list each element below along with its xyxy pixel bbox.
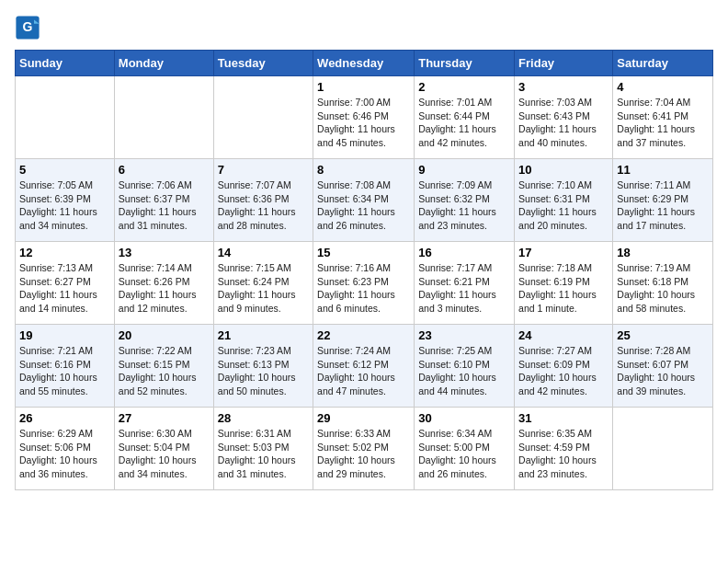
calendar-cell: 25Sunrise: 7:28 AM Sunset: 6:07 PM Dayli… <box>613 325 713 408</box>
weekday-header-row: SundayMondayTuesdayWednesdayThursdayFrid… <box>16 51 713 76</box>
day-number: 13 <box>119 246 210 259</box>
day-info: Sunrise: 7:00 AM Sunset: 6:46 PM Dayligh… <box>317 96 410 150</box>
calendar-cell: 29Sunrise: 6:33 AM Sunset: 5:02 PM Dayli… <box>313 408 415 490</box>
day-number: 28 <box>218 411 309 425</box>
calendar-cell: 9Sunrise: 7:09 AM Sunset: 6:32 PM Daylig… <box>415 159 515 242</box>
calendar-cell: 15Sunrise: 7:16 AM Sunset: 6:23 PM Dayli… <box>313 242 415 325</box>
day-number: 10 <box>518 163 609 177</box>
day-info: Sunrise: 7:15 AM Sunset: 6:24 PM Dayligh… <box>218 261 309 316</box>
day-number: 4 <box>617 80 709 94</box>
calendar-table: SundayMondayTuesdayWednesdayThursdayFrid… <box>15 50 713 490</box>
day-info: Sunrise: 7:13 AM Sunset: 6:27 PM Dayligh… <box>19 261 110 316</box>
calendar-cell <box>16 76 115 159</box>
day-info: Sunrise: 7:08 AM Sunset: 6:34 PM Dayligh… <box>317 178 410 233</box>
weekday-header-monday: Monday <box>114 51 213 76</box>
calendar-cell: 1Sunrise: 7:00 AM Sunset: 6:46 PM Daylig… <box>313 76 415 159</box>
day-number: 18 <box>617 246 709 259</box>
logo: G <box>15 15 44 40</box>
day-number: 21 <box>218 328 309 342</box>
calendar-cell: 20Sunrise: 7:22 AM Sunset: 6:15 PM Dayli… <box>114 325 213 408</box>
svg-text:G: G <box>23 19 33 34</box>
calendar-cell: 5Sunrise: 7:05 AM Sunset: 6:39 PM Daylig… <box>16 159 115 242</box>
day-info: Sunrise: 7:27 AM Sunset: 6:09 PM Dayligh… <box>518 344 609 398</box>
day-info: Sunrise: 7:21 AM Sunset: 6:16 PM Dayligh… <box>19 344 110 398</box>
day-number: 26 <box>19 411 110 425</box>
calendar-cell: 10Sunrise: 7:10 AM Sunset: 6:31 PM Dayli… <box>515 159 613 242</box>
calendar-cell: 22Sunrise: 7:24 AM Sunset: 6:12 PM Dayli… <box>313 325 415 408</box>
day-number: 16 <box>418 246 510 259</box>
calendar-cell: 21Sunrise: 7:23 AM Sunset: 6:13 PM Dayli… <box>213 325 313 408</box>
day-number: 15 <box>317 246 410 259</box>
calendar-cell: 8Sunrise: 7:08 AM Sunset: 6:34 PM Daylig… <box>313 159 415 242</box>
calendar-cell <box>213 76 313 159</box>
calendar-cell: 19Sunrise: 7:21 AM Sunset: 6:16 PM Dayli… <box>16 325 115 408</box>
calendar-cell: 30Sunrise: 6:34 AM Sunset: 5:00 PM Dayli… <box>415 408 515 490</box>
day-info: Sunrise: 7:05 AM Sunset: 6:39 PM Dayligh… <box>19 178 110 233</box>
day-info: Sunrise: 7:25 AM Sunset: 6:10 PM Dayligh… <box>418 344 510 398</box>
calendar-cell: 27Sunrise: 6:30 AM Sunset: 5:04 PM Dayli… <box>114 408 213 490</box>
calendar-cell: 31Sunrise: 6:35 AM Sunset: 4:59 PM Dayli… <box>515 408 613 490</box>
day-info: Sunrise: 7:17 AM Sunset: 6:21 PM Dayligh… <box>418 261 510 316</box>
day-info: Sunrise: 7:24 AM Sunset: 6:12 PM Dayligh… <box>317 344 410 398</box>
day-number: 7 <box>218 163 309 177</box>
day-info: Sunrise: 7:04 AM Sunset: 6:41 PM Dayligh… <box>617 96 709 150</box>
day-info: Sunrise: 7:18 AM Sunset: 6:19 PM Dayligh… <box>518 261 609 316</box>
weekday-header-friday: Friday <box>515 51 613 76</box>
day-number: 3 <box>518 80 609 94</box>
day-info: Sunrise: 7:23 AM Sunset: 6:13 PM Dayligh… <box>218 344 309 398</box>
day-number: 23 <box>418 328 510 342</box>
day-info: Sunrise: 7:28 AM Sunset: 6:07 PM Dayligh… <box>617 344 709 398</box>
calendar-cell: 2Sunrise: 7:01 AM Sunset: 6:44 PM Daylig… <box>415 76 515 159</box>
logo-icon: G <box>15 15 40 40</box>
day-info: Sunrise: 7:01 AM Sunset: 6:44 PM Dayligh… <box>418 96 510 150</box>
day-number: 29 <box>317 411 410 425</box>
day-info: Sunrise: 7:14 AM Sunset: 6:26 PM Dayligh… <box>119 261 210 316</box>
day-number: 1 <box>317 80 410 94</box>
week-row-1: 1Sunrise: 7:00 AM Sunset: 6:46 PM Daylig… <box>16 76 713 159</box>
day-number: 2 <box>418 80 510 94</box>
day-number: 20 <box>119 328 210 342</box>
day-info: Sunrise: 7:09 AM Sunset: 6:32 PM Dayligh… <box>418 178 510 233</box>
day-number: 31 <box>518 411 609 425</box>
day-number: 5 <box>19 163 110 177</box>
calendar-cell: 26Sunrise: 6:29 AM Sunset: 5:06 PM Dayli… <box>16 408 115 490</box>
calendar-cell: 18Sunrise: 7:19 AM Sunset: 6:18 PM Dayli… <box>613 242 713 325</box>
day-number: 27 <box>119 411 210 425</box>
day-number: 17 <box>518 246 609 259</box>
calendar-cell: 14Sunrise: 7:15 AM Sunset: 6:24 PM Dayli… <box>213 242 313 325</box>
calendar-cell: 3Sunrise: 7:03 AM Sunset: 6:43 PM Daylig… <box>515 76 613 159</box>
day-info: Sunrise: 7:06 AM Sunset: 6:37 PM Dayligh… <box>119 178 210 233</box>
day-info: Sunrise: 6:31 AM Sunset: 5:03 PM Dayligh… <box>218 427 309 481</box>
calendar-cell: 4Sunrise: 7:04 AM Sunset: 6:41 PM Daylig… <box>613 76 713 159</box>
day-info: Sunrise: 7:22 AM Sunset: 6:15 PM Dayligh… <box>119 344 210 398</box>
calendar-cell: 12Sunrise: 7:13 AM Sunset: 6:27 PM Dayli… <box>16 242 115 325</box>
page-header: G <box>15 15 713 40</box>
weekday-header-thursday: Thursday <box>415 51 515 76</box>
day-number: 24 <box>518 328 609 342</box>
day-info: Sunrise: 7:19 AM Sunset: 6:18 PM Dayligh… <box>617 261 709 316</box>
calendar-cell: 28Sunrise: 6:31 AM Sunset: 5:03 PM Dayli… <box>213 408 313 490</box>
day-info: Sunrise: 7:03 AM Sunset: 6:43 PM Dayligh… <box>518 96 609 150</box>
day-number: 11 <box>617 163 709 177</box>
weekday-header-wednesday: Wednesday <box>313 51 415 76</box>
calendar-cell: 24Sunrise: 7:27 AM Sunset: 6:09 PM Dayli… <box>515 325 613 408</box>
day-number: 9 <box>418 163 510 177</box>
day-info: Sunrise: 6:33 AM Sunset: 5:02 PM Dayligh… <box>317 427 410 481</box>
calendar-cell: 13Sunrise: 7:14 AM Sunset: 6:26 PM Dayli… <box>114 242 213 325</box>
calendar-cell: 16Sunrise: 7:17 AM Sunset: 6:21 PM Dayli… <box>415 242 515 325</box>
calendar-cell: 17Sunrise: 7:18 AM Sunset: 6:19 PM Dayli… <box>515 242 613 325</box>
day-info: Sunrise: 7:07 AM Sunset: 6:36 PM Dayligh… <box>218 178 309 233</box>
day-number: 19 <box>19 328 110 342</box>
weekday-header-tuesday: Tuesday <box>213 51 313 76</box>
weekday-header-saturday: Saturday <box>613 51 713 76</box>
calendar-cell <box>613 408 713 490</box>
day-number: 12 <box>19 246 110 259</box>
week-row-5: 26Sunrise: 6:29 AM Sunset: 5:06 PM Dayli… <box>16 408 713 490</box>
day-info: Sunrise: 6:29 AM Sunset: 5:06 PM Dayligh… <box>19 427 110 481</box>
day-number: 30 <box>418 411 510 425</box>
day-number: 8 <box>317 163 410 177</box>
day-number: 25 <box>617 328 709 342</box>
calendar-cell: 23Sunrise: 7:25 AM Sunset: 6:10 PM Dayli… <box>415 325 515 408</box>
day-info: Sunrise: 7:10 AM Sunset: 6:31 PM Dayligh… <box>518 178 609 233</box>
week-row-2: 5Sunrise: 7:05 AM Sunset: 6:39 PM Daylig… <box>16 159 713 242</box>
